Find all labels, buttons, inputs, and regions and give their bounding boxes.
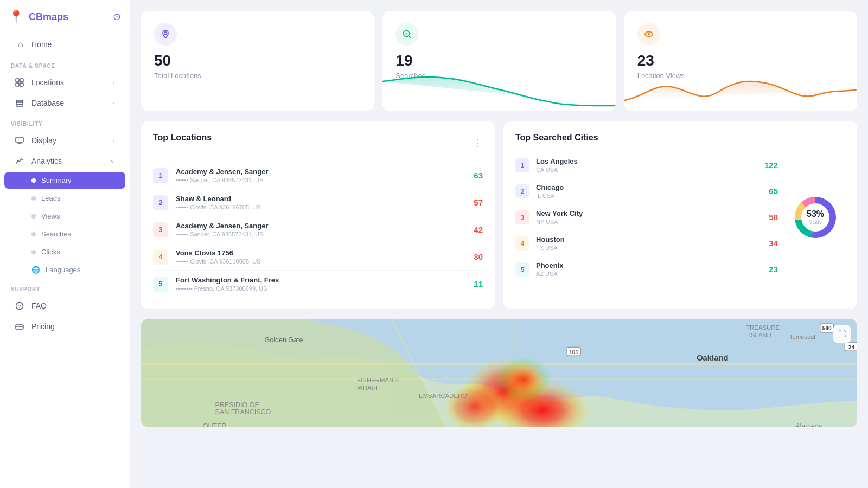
sidebar-item-views[interactable]: Views <box>4 208 125 224</box>
stat-number-searches: 19 <box>395 52 602 69</box>
sidebar-item-searches-label: Searches <box>41 230 71 238</box>
svg-text:Temescal: Temescal <box>789 333 815 340</box>
leads-dot <box>31 196 36 201</box>
sidebar-item-languages-label: Languages <box>46 266 80 274</box>
city-count: 122 <box>764 160 778 170</box>
location-addr: •••••• Clovis, CA 936110505, US <box>176 258 466 265</box>
sidebar-item-display[interactable]: Display › <box>4 131 125 150</box>
svg-rect-1 <box>20 79 23 82</box>
languages-globe-icon: 🌐 <box>31 266 40 274</box>
sidebar-item-analytics[interactable]: Analytics ∨ <box>4 151 125 171</box>
svg-text:?: ? <box>18 304 21 309</box>
analytics-chevron: ∨ <box>110 158 114 165</box>
clicks-dot <box>31 250 36 254</box>
location-info: Academy & Jensen, Sanger •••••• Sanger, … <box>176 168 466 183</box>
svg-text:EMBARCADERO: EMBARCADERO <box>419 393 467 399</box>
city-item: 3 New York City NY USA 58 <box>515 204 778 230</box>
svg-rect-4 <box>16 100 23 102</box>
city-name: Chicago <box>536 183 762 191</box>
sidebar-item-leads[interactable]: Leads <box>4 190 125 207</box>
sidebar-item-database[interactable]: Database › <box>4 93 125 113</box>
city-info: Los Angeles CA USA <box>536 157 758 173</box>
city-region: AZ USA <box>536 271 762 277</box>
city-region: TX USA <box>536 245 762 251</box>
searches-chart <box>382 73 615 111</box>
sidebar-item-clicks-label: Clicks <box>41 248 60 256</box>
sidebar-item-searches[interactable]: Searches <box>4 226 125 242</box>
svg-rect-7 <box>16 137 23 142</box>
location-name: Fort Washington & Friant, Fres <box>176 276 466 284</box>
bottom-row: Top Locations ⋮ 1 Academy & Jensen, Sang… <box>141 121 857 309</box>
city-rank-badge: 4 <box>515 236 529 251</box>
display-icon <box>15 136 26 145</box>
city-rank-badge: 5 <box>515 262 529 277</box>
city-rank-badge: 3 <box>515 210 529 224</box>
location-name: Shaw & Leonard <box>176 195 466 203</box>
city-info: New York City NY USA <box>536 209 762 225</box>
svg-point-13 <box>164 32 167 35</box>
sidebar-item-home-label: Home <box>31 40 52 49</box>
location-addr: •••••••• Fresno, CA 937300699, US <box>176 285 466 292</box>
svg-text:Alameda: Alameda <box>795 422 822 427</box>
stat-card-locations: 50 Total Locations <box>141 11 374 111</box>
city-item: 2 Chicago IL USA 65 <box>515 178 778 204</box>
location-item: 5 Fort Washington & Friant, Fres •••••••… <box>153 271 483 297</box>
sidebar-item-faq[interactable]: ? FAQ <box>4 296 125 316</box>
location-info: Shaw & Leonard •••••• Clovis, CA 9361967… <box>176 195 466 210</box>
svg-text:101: 101 <box>569 349 578 355</box>
location-rank-badge: 1 <box>153 168 168 183</box>
sidebar: 📍 CBmaps ⊙ ⌂ Home DATA & SPACE Locations… <box>0 0 130 488</box>
svg-text:?: ? <box>405 32 408 37</box>
svg-text:Golden Gate: Golden Gate <box>265 336 303 344</box>
sidebar-item-pricing[interactable]: Pricing <box>4 317 125 336</box>
sidebar-item-locations[interactable]: Locations › <box>4 73 125 92</box>
location-info: Fort Washington & Friant, Fres •••••••• … <box>176 276 466 292</box>
analytics-icon <box>15 157 26 165</box>
sidebar-item-analytics-label: Analytics <box>31 157 62 165</box>
svg-text:580: 580 <box>822 325 832 331</box>
section-label-data: DATA & SPACE <box>0 55 130 72</box>
city-item: 5 Phoenix AZ USA 23 <box>515 256 778 282</box>
map-section: Golden Gate FISHERMAN'S WHARF EMBARCADER… <box>141 319 857 427</box>
searches-stat-icon: ? <box>395 23 418 46</box>
top-cities-card: Top Searched Cities 1 Los Angeles CA USA… <box>503 121 857 309</box>
pricing-icon <box>15 322 26 331</box>
sidebar-item-summary-label: Summary <box>41 176 72 184</box>
svg-text:WHARF: WHARF <box>357 384 380 391</box>
stats-row: 50 Total Locations ? 19 Searches <box>141 11 857 111</box>
sidebar-item-summary[interactable]: Summary <box>4 172 125 189</box>
svg-rect-0 <box>16 79 19 82</box>
sidebar-item-home[interactable]: ⌂ Home <box>4 34 125 55</box>
location-rank-badge: 2 <box>153 195 168 210</box>
settings-icon[interactable]: ⊙ <box>113 11 121 23</box>
svg-rect-5 <box>16 102 23 104</box>
city-item: 1 Los Angeles CA USA 122 <box>515 152 778 178</box>
svg-rect-6 <box>16 105 23 106</box>
svg-rect-3 <box>20 83 23 86</box>
sidebar-item-clicks[interactable]: Clicks <box>4 243 125 260</box>
location-info: Vons Clovis 1756 •••••• Clovis, CA 93611… <box>176 249 466 265</box>
city-rank-badge: 1 <box>515 158 529 172</box>
svg-text:ISLAND: ISLAND <box>749 332 771 338</box>
stat-card-searches: ? 19 Searches <box>382 11 615 111</box>
city-info: Houston TX USA <box>536 235 762 251</box>
svg-rect-11 <box>16 325 23 329</box>
sidebar-item-languages[interactable]: 🌐 Languages <box>4 261 125 278</box>
city-rank-badge: 2 <box>515 184 529 198</box>
location-count: 42 <box>474 225 483 234</box>
locations-icon <box>15 78 26 87</box>
city-name: Phoenix <box>536 261 762 269</box>
views-chart <box>624 73 857 111</box>
location-addr: •••••• Clovis, CA 936196705, US <box>176 204 466 210</box>
city-item: 4 Houston TX USA 34 <box>515 230 778 256</box>
locations-stat-icon <box>154 23 177 46</box>
svg-text:OUTER: OUTER <box>203 422 227 427</box>
location-info: Academy & Jensen, Sanger •••••• Sanger, … <box>176 222 466 237</box>
city-count: 34 <box>769 239 778 248</box>
cities-inner: 1 Los Angeles CA USA 122 2 Chicago IL US… <box>515 152 845 282</box>
top-locations-menu-icon[interactable]: ⋮ <box>473 137 483 149</box>
donut-percent: 53% <box>807 209 824 219</box>
map-expand-button[interactable]: ⛶ <box>833 325 851 343</box>
section-label-support: SUPPORT <box>0 279 130 296</box>
app-name: CBmaps <box>29 11 68 23</box>
